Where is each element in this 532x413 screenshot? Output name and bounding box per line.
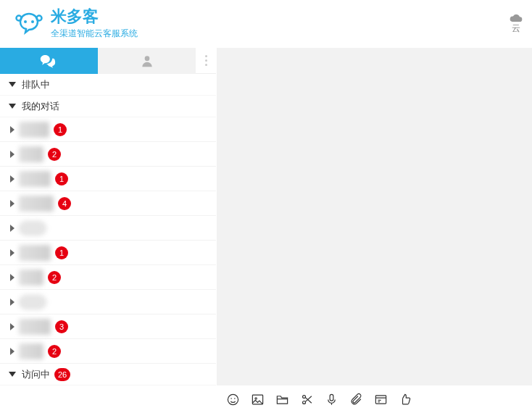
unread-badge: 3 [55,320,68,333]
brand-subtitle: 全渠道智能云客服系统 [51,28,138,40]
section-my-conversations[interactable]: 我的对话 [0,96,216,117]
svg-point-7 [234,398,236,399]
svg-point-3 [37,16,42,21]
chat-bubbles-icon [40,54,59,68]
contact-name-redacted [19,196,54,212]
image-button[interactable] [250,392,265,406]
folder-button[interactable] [275,392,289,406]
svg-point-4 [144,56,149,61]
svg-point-1 [31,20,34,23]
svg-point-9 [254,397,256,399]
sidebar-tabbar [0,48,216,74]
svg-rect-12 [330,394,333,401]
chevron-right-icon [10,151,14,158]
contact-name-redacted [19,221,46,235]
contact-name-redacted [19,270,43,285]
person-icon [138,54,157,68]
unread-badge: 2 [48,345,61,358]
cloud-status[interactable]: 云 [509,14,523,35]
card-button[interactable] [373,392,388,406]
tab-more[interactable] [196,48,216,74]
chevron-right-icon [10,200,14,207]
conversation-item[interactable] [0,216,216,241]
tab-contacts[interactable] [98,48,196,74]
conversation-item[interactable]: 1 [0,241,216,265]
svg-point-0 [24,20,27,23]
more-dots-icon [205,55,207,66]
contact-name-redacted [19,146,43,162]
contact-name-redacted [19,245,51,261]
chevron-right-icon [10,225,14,232]
conversation-item[interactable]: 4 [0,191,216,216]
chevron-right-icon [10,126,14,133]
section-queue[interactable]: 排队中 [0,74,216,96]
chevron-right-icon [10,175,14,183]
svg-point-2 [17,16,22,21]
conversation-item[interactable]: 3 [0,314,216,339]
conversation-list[interactable]: 排队中 我的对话 12141232 访问中 26 [0,74,216,413]
unread-badge: 4 [58,197,71,210]
unread-badge: 1 [54,123,67,136]
conversation-item[interactable]: 2 [0,265,216,290]
chevron-down-icon [9,104,16,109]
message-toolbar [217,385,532,413]
logo-icon [14,11,43,37]
visiting-badge: 26 [54,368,70,381]
unread-badge: 2 [48,148,61,161]
chevron-right-icon [10,274,14,281]
svg-point-5 [228,394,238,404]
sidebar: 排队中 我的对话 12141232 访问中 26 [0,48,217,413]
chevron-down-icon [9,82,16,87]
svg-rect-13 [375,395,386,403]
unread-badge: 1 [55,246,68,259]
section-visiting[interactable]: 访问中 26 [0,364,216,385]
contact-name-redacted [19,343,43,359]
conversation-item[interactable]: 1 [0,117,216,142]
contact-name-redacted [19,122,49,138]
svg-point-6 [230,398,232,399]
emoji-button[interactable] [225,392,240,406]
chevron-right-icon [10,323,14,330]
conversation-item[interactable] [0,290,216,314]
chevron-down-icon [9,372,16,377]
unread-badge: 2 [48,271,61,284]
tab-chat[interactable] [0,48,98,74]
mic-button[interactable] [324,392,338,406]
brand-title: 米多客 [51,9,138,25]
chevron-right-icon [10,299,14,306]
contact-name-redacted [19,171,51,187]
thumbs-up-button[interactable] [398,392,412,406]
chat-message-area[interactable] [217,48,532,385]
contact-name-redacted [19,319,51,335]
conversation-item[interactable]: 2 [0,142,216,167]
contact-name-redacted [19,295,46,309]
conversation-item[interactable]: 1 [0,167,216,191]
chevron-right-icon [10,249,14,256]
chevron-right-icon [10,348,14,355]
app-header: 米多客 全渠道智能云客服系统 云 [0,0,532,48]
unread-badge: 1 [55,172,68,185]
conversation-item[interactable]: 2 [0,339,216,364]
scissors-button[interactable] [299,392,314,406]
attachment-button[interactable] [349,392,363,406]
chat-panel [217,48,532,413]
